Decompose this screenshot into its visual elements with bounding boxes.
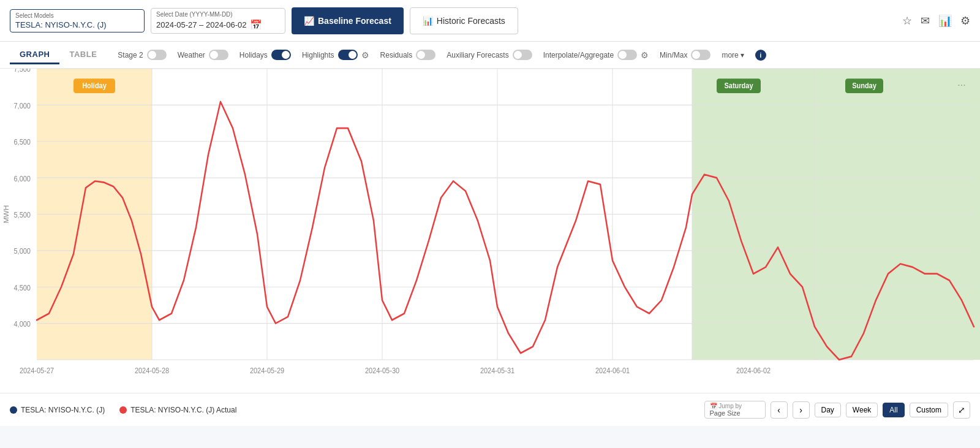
chart-svg: 7,500 7,000 6,500 6,000 5,500 5,000 4,50… [0,69,980,393]
star-icon[interactable]: ☆ [902,14,912,28]
chart-icon[interactable]: 📊 [938,14,952,28]
svg-text:7,500: 7,500 [13,69,31,73]
controls-bar: GRAPH TABLE Stage 2 Weather Holidays Hig… [0,42,980,69]
top-bar: Select Models TESLA: NYISO-N.Y.C. (J) Se… [0,0,980,42]
more-button[interactable]: more ▾ [722,51,744,59]
holidays-toggle-group: Holidays [239,50,291,60]
minmax-label: Min/Max [660,51,687,59]
svg-text:7,000: 7,000 [13,102,31,109]
weather-toggle-group: Weather [178,50,228,60]
mail-icon[interactable]: ✉ [921,14,930,28]
svg-text:5,000: 5,000 [13,248,31,255]
residuals-toggle[interactable] [416,50,435,60]
highlights-toggle-group: Highlights ⚙ [302,50,369,60]
nav-controls: 📅 Jump by Page Size ‹ › Day Week All Cus… [704,401,971,419]
bottom-bar: TESLA: NYISO-N.Y.C. (J) TESLA: NYISO-N.Y… [0,393,980,426]
minmax-toggle-group: Min/Max [660,50,710,60]
all-button[interactable]: All [883,403,904,417]
custom-button[interactable]: Custom [910,403,948,417]
actual-dot [119,406,127,414]
svg-text:Holiday: Holiday [82,82,107,89]
svg-text:6,000: 6,000 [13,175,31,182]
svg-text:4,000: 4,000 [13,321,31,328]
select-models-label: Select Models [15,12,139,19]
select-date-box[interactable]: Select Date (YYYY-MM-DD) 2024-05-27 – 20… [151,8,285,34]
stage2-label: Stage 2 [118,51,143,59]
svg-text:Sunday: Sunday [852,82,876,89]
historic-forecasts-button[interactable]: 📊 Historic Forecasts [410,7,518,34]
highlights-toggle[interactable] [338,50,358,60]
weather-toggle[interactable] [209,50,228,60]
interpolate-gear-icon[interactable]: ⚙ [641,50,649,60]
jump-by-label: 📅 Jump by [710,403,760,409]
legend-item-actual: TESLA: NYISO-N.Y.C. (J) Actual [119,406,236,414]
minmax-toggle[interactable] [691,50,710,60]
svg-text:2024-05-29: 2024-05-29 [250,366,284,374]
stage2-toggle[interactable] [147,50,167,60]
select-models-box[interactable]: Select Models TESLA: NYISO-N.Y.C. (J) [10,9,145,32]
legend-item-forecast: TESLA: NYISO-N.Y.C. (J) [10,406,105,414]
svg-text:5,500: 5,500 [13,211,31,219]
residuals-label: Residuals [380,51,413,59]
interpolate-toggle[interactable] [617,50,637,60]
chevron-down-icon: ▾ [741,51,744,59]
top-icons: ☆ ✉ 📊 ⚙ [902,14,970,28]
interpolate-label: Interpolate/Aggregate [543,51,614,59]
page-size-label: Page Size [710,409,760,417]
chart-area: 7,500 7,000 6,500 6,000 5,500 5,000 4,50… [0,69,980,393]
actual-legend-label: TESLA: NYISO-N.Y.C. (J) Actual [130,406,236,414]
tab-table[interactable]: TABLE [59,46,107,64]
baseline-chart-icon: 📈 [304,16,314,26]
expand-button[interactable]: ⤢ [953,401,970,419]
next-button[interactable]: › [793,401,810,419]
stage2-toggle-group: Stage 2 [118,50,166,60]
svg-text:2024-05-31: 2024-05-31 [480,366,514,374]
week-button[interactable]: Week [846,403,878,417]
day-button[interactable]: Day [815,403,841,417]
residuals-toggle-group: Residuals [380,50,436,60]
svg-text:2024-06-02: 2024-06-02 [736,366,771,374]
select-date-label: Select Date (YYYY-MM-DD) [156,11,280,18]
view-tabs: GRAPH TABLE [10,46,107,64]
forecast-dot [10,406,17,414]
model-value: TESLA: NYISO-N.Y.C. (J) [15,20,139,29]
svg-text:2024-06-01: 2024-06-01 [595,366,630,374]
highlights-gear-icon[interactable]: ⚙ [361,50,369,60]
svg-text:2024-05-30: 2024-05-30 [365,366,399,374]
svg-text:4,500: 4,500 [13,284,31,291]
auxiliary-toggle[interactable] [513,50,532,60]
historic-chart-icon: 📊 [423,16,433,26]
calendar-icon[interactable]: 📅 [250,19,262,31]
svg-text:MWH: MWH [2,205,10,224]
info-icon[interactable]: i [755,50,766,61]
settings-icon[interactable]: ⚙ [960,14,970,28]
svg-text:6,500: 6,500 [13,139,31,146]
forecast-legend-label: TESLA: NYISO-N.Y.C. (J) [21,406,105,414]
holidays-label: Holidays [239,51,268,59]
weather-label: Weather [178,51,205,59]
svg-text:2024-05-28: 2024-05-28 [135,366,169,374]
prev-button[interactable]: ‹ [771,401,788,419]
calendar-small-icon: 📅 [710,403,717,409]
baseline-forecast-button[interactable]: 📈 Baseline Forecast [292,7,404,34]
auxiliary-label: Auxiliary Forecasts [447,51,508,59]
auxiliary-toggle-group: Auxiliary Forecasts [447,50,532,60]
highlights-label: Highlights [302,51,334,59]
svg-text:···: ··· [957,79,965,91]
holidays-toggle[interactable] [271,50,291,60]
interpolate-toggle-group: Interpolate/Aggregate ⚙ [543,50,649,60]
chart-container: 7,500 7,000 6,500 6,000 5,500 5,000 4,50… [0,69,980,393]
date-value: 2024-05-27 – 2024-06-02 [156,20,246,29]
jump-by-box[interactable]: 📅 Jump by Page Size [704,401,766,419]
svg-text:2024-05-27: 2024-05-27 [20,366,54,374]
tab-graph[interactable]: GRAPH [10,46,59,64]
svg-text:Saturday: Saturday [724,82,753,89]
